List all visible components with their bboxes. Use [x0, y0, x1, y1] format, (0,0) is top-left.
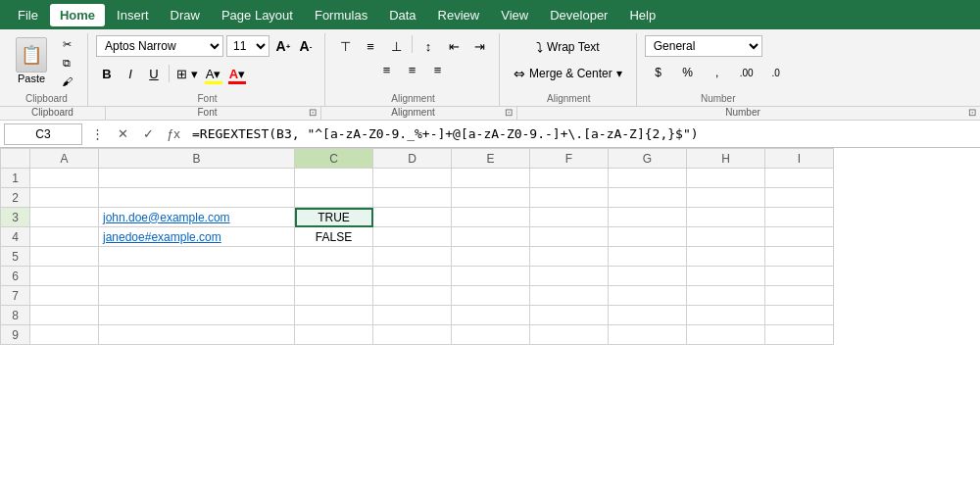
- cell-F6[interactable]: [530, 267, 609, 286]
- row-header-6[interactable]: 6: [1, 267, 30, 286]
- borders-button[interactable]: ⊞ ▾: [173, 63, 201, 84]
- cell-F4[interactable]: [530, 227, 609, 247]
- cell-D2[interactable]: [373, 188, 452, 208]
- grid-container[interactable]: A B C D E F G H I 1: [0, 148, 980, 490]
- indent-decrease-button[interactable]: ⇤: [442, 35, 466, 57]
- cell-F9[interactable]: [530, 325, 609, 345]
- cell-C6[interactable]: [295, 267, 373, 286]
- cell-A3[interactable]: [30, 208, 99, 227]
- decrease-font-size-button[interactable]: A-: [295, 35, 317, 57]
- underline-button[interactable]: U: [143, 63, 165, 84]
- menu-view[interactable]: View: [491, 4, 538, 26]
- cell-B2[interactable]: [99, 188, 295, 208]
- cell-D5[interactable]: [373, 247, 452, 267]
- cell-I2[interactable]: [765, 188, 834, 208]
- formula-input[interactable]: [188, 123, 976, 145]
- cell-C4[interactable]: FALSE: [295, 227, 373, 247]
- number-expand-icon[interactable]: ⊡: [968, 107, 976, 118]
- align-right-button[interactable]: ≡: [426, 59, 450, 80]
- cell-C7[interactable]: [295, 286, 373, 306]
- cell-A2[interactable]: [30, 188, 99, 208]
- cell-E8[interactable]: [452, 306, 530, 325]
- align-top-button[interactable]: ⊤: [333, 35, 357, 57]
- cell-B1[interactable]: [99, 169, 295, 188]
- cell-C5[interactable]: [295, 247, 373, 267]
- menu-home[interactable]: Home: [50, 4, 105, 26]
- cell-A6[interactable]: [30, 267, 99, 286]
- cell-F8[interactable]: [530, 306, 609, 325]
- cell-B6[interactable]: [99, 267, 295, 286]
- cell-F1[interactable]: [530, 169, 609, 188]
- row-header-8[interactable]: 8: [1, 306, 30, 325]
- cell-E7[interactable]: [452, 286, 530, 306]
- cell-D6[interactable]: [373, 267, 452, 286]
- col-header-D[interactable]: D: [373, 149, 452, 169]
- cell-A1[interactable]: [30, 169, 99, 188]
- cell-H4[interactable]: [687, 227, 765, 247]
- menu-draw[interactable]: Draw: [161, 4, 210, 26]
- cell-G8[interactable]: [609, 306, 687, 325]
- percent-button[interactable]: %: [674, 62, 702, 83]
- cell-E3[interactable]: [452, 208, 530, 227]
- cell-H3[interactable]: [687, 208, 765, 227]
- cell-G3[interactable]: [609, 208, 687, 227]
- expand-button[interactable]: ⋮: [86, 123, 108, 145]
- cell-D8[interactable]: [373, 306, 452, 325]
- menu-insert[interactable]: Insert: [107, 4, 159, 26]
- cell-I6[interactable]: [765, 267, 834, 286]
- cell-D1[interactable]: [373, 169, 452, 188]
- text-direction-button[interactable]: ↕: [416, 35, 440, 57]
- cut-button[interactable]: ✂: [54, 35, 79, 53]
- cell-I9[interactable]: [765, 325, 834, 345]
- cell-I7[interactable]: [765, 286, 834, 306]
- merge-center-button[interactable]: ⇔ Merge & Center ▾: [508, 62, 628, 85]
- cell-B4[interactable]: janedoe#example.com: [99, 227, 295, 247]
- cell-A4[interactable]: [30, 227, 99, 247]
- cell-D7[interactable]: [373, 286, 452, 306]
- row-header-1[interactable]: 1: [1, 169, 30, 188]
- increase-decimal-button[interactable]: .00: [733, 62, 760, 83]
- cell-I4[interactable]: [765, 227, 834, 247]
- bold-button[interactable]: B: [96, 63, 118, 84]
- number-format-dropdown[interactable]: General: [645, 35, 762, 57]
- col-header-E[interactable]: E: [452, 149, 530, 169]
- col-header-B[interactable]: B: [99, 149, 295, 169]
- font-expand-icon[interactable]: ⊡: [309, 107, 317, 118]
- menu-formulas[interactable]: Formulas: [305, 4, 377, 26]
- cell-I5[interactable]: [765, 247, 834, 267]
- cell-B3[interactable]: john.doe@example.com: [99, 208, 295, 227]
- cell-I8[interactable]: [765, 306, 834, 325]
- cell-H1[interactable]: [687, 169, 765, 188]
- cell-E5[interactable]: [452, 247, 530, 267]
- cell-F2[interactable]: [530, 188, 609, 208]
- cell-B8[interactable]: [99, 306, 295, 325]
- font-size-dropdown[interactable]: 11: [226, 35, 270, 57]
- comma-button[interactable]: ,: [704, 62, 731, 83]
- cell-E6[interactable]: [452, 267, 530, 286]
- cell-I1[interactable]: [765, 169, 834, 188]
- row-header-3[interactable]: 3: [1, 208, 30, 227]
- dollar-button[interactable]: $: [645, 62, 672, 83]
- row-header-9[interactable]: 9: [1, 325, 30, 345]
- cell-F3[interactable]: [530, 208, 609, 227]
- cell-A8[interactable]: [30, 306, 99, 325]
- cell-C2[interactable]: [295, 188, 373, 208]
- cell-H2[interactable]: [687, 188, 765, 208]
- cell-G5[interactable]: [609, 247, 687, 267]
- cancel-button[interactable]: ✕: [112, 123, 133, 145]
- cell-H5[interactable]: [687, 247, 765, 267]
- font-name-dropdown[interactable]: Aptos Narrow: [96, 35, 223, 57]
- decrease-decimal-button[interactable]: .0: [762, 62, 790, 83]
- cell-C3[interactable]: TRUE: [295, 208, 373, 227]
- col-header-I[interactable]: I: [765, 149, 834, 169]
- cell-A9[interactable]: [30, 325, 99, 345]
- cell-C8[interactable]: [295, 306, 373, 325]
- cell-D3[interactable]: [373, 208, 452, 227]
- format-painter-button[interactable]: 🖌: [54, 73, 79, 90]
- confirm-button[interactable]: ✓: [137, 123, 159, 145]
- fill-color-button[interactable]: A ▾: [203, 63, 224, 84]
- menu-data[interactable]: Data: [379, 4, 425, 26]
- cell-B7[interactable]: [99, 286, 295, 306]
- align-center-button[interactable]: ≡: [401, 59, 424, 80]
- cell-E1[interactable]: [452, 169, 530, 188]
